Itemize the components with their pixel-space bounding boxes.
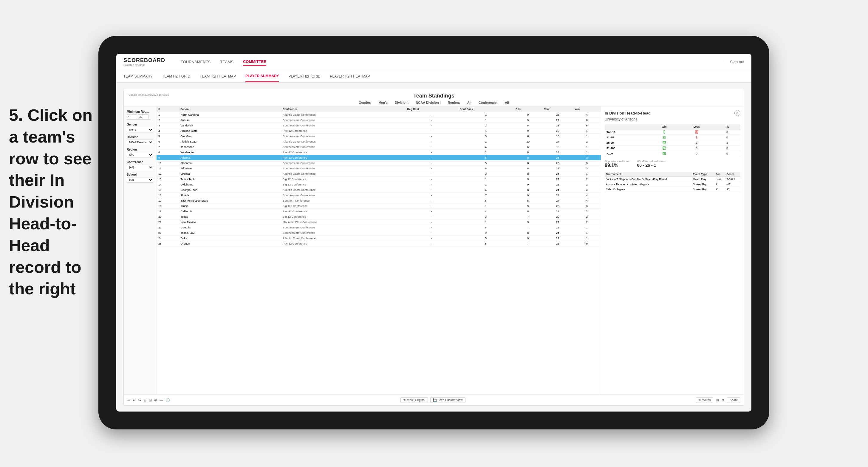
table-row[interactable]: 2 Auburn Southeastern Conference - 1 9 2… — [157, 118, 601, 123]
table-row[interactable]: 15 Georgia Tech Atlantic Coast Conferenc… — [157, 187, 601, 193]
gender-select[interactable]: Men's Women's — [127, 127, 153, 132]
paste-icon[interactable]: ⊟ — [149, 398, 152, 402]
cell-rank: 19 — [157, 209, 179, 214]
cell-conf: Atlantic Coast Conference — [281, 236, 405, 241]
table-row[interactable]: 19 California Pac-12 Conference - 4 8 24… — [157, 209, 601, 214]
cell-tour: 23 — [542, 155, 573, 160]
view-original-button[interactable]: 👁 View: Original — [400, 397, 428, 403]
table-row[interactable]: 17 East Tennessee State Southern Confere… — [157, 198, 601, 204]
col-school: School — [179, 106, 281, 112]
cell-win: 1 — [573, 134, 601, 139]
redo-icon[interactable]: ↩ — [133, 398, 136, 402]
cell-conf: Pac-12 Conference — [281, 155, 405, 160]
region-select[interactable]: N/A — [127, 152, 153, 157]
sub-nav-player-summary[interactable]: PLAYER SUMMARY — [245, 70, 279, 82]
table-row[interactable]: 16 Florida Southeastern Conference - 7 9… — [157, 193, 601, 198]
standings-table-area: # School Conference Reg Rank Conf Rank R… — [157, 106, 601, 395]
table-row[interactable]: 12 Virginia Atlantic Coast Conference - … — [157, 171, 601, 177]
table-row[interactable]: 14 Oklahoma Big 12 Conference - 2 9 26 2 — [157, 182, 601, 187]
cell-tour: 23 — [542, 123, 573, 128]
h2h-tie-100plus: 0 — [726, 152, 728, 155]
sub-nav-player-h2h-heatmap[interactable]: PLAYER H2H HEATMAP — [330, 70, 370, 82]
table-row[interactable]: 3 Vanderbilt Southeastern Conference - 2… — [157, 123, 601, 128]
sub-nav-team-summary[interactable]: TEAM SUMMARY — [123, 70, 153, 82]
conference-select[interactable]: (All) — [127, 165, 153, 170]
update-time: Update time: 27/03/2024 16:56:26 — [128, 93, 169, 96]
cell-tour: 23 — [542, 150, 573, 155]
cell-reg-rank: - — [405, 112, 458, 118]
sub-nav-player-h2h-grid[interactable]: PLAYER H2H GRID — [288, 70, 320, 82]
cell-reg-rank: - — [405, 128, 458, 134]
sign-out-button[interactable]: Sign out — [725, 60, 744, 64]
table-row[interactable]: 5 Ole Miss Southeastern Conference - 3 6… — [157, 134, 601, 139]
h2h-loss-header: Loss — [679, 124, 714, 129]
cell-reg-rank: - — [405, 230, 458, 236]
undo-icon[interactable]: ↩ — [127, 398, 130, 402]
h2h-close-button[interactable]: ✕ — [735, 110, 740, 116]
table-row[interactable]: 1 North Carolina Atlantic Coast Conferen… — [157, 112, 601, 118]
table-row[interactable]: 8 Washington Pac-12 Conference - 2 8 23 … — [157, 150, 601, 155]
plus-icon[interactable]: ⊕ — [154, 398, 157, 402]
sub-nav-team-h2h-grid[interactable]: TEAM H2H GRID — [162, 70, 190, 82]
bottom-toolbar: ↩ ↩ ↪ ⊞ ⊟ ⊕ — 🕐 👁 View: Original 💾 — [124, 395, 744, 405]
tour-type-3: Stroke Play — [692, 187, 714, 192]
min-rounds-input[interactable] — [127, 114, 137, 119]
school-select[interactable]: (All) — [127, 177, 153, 183]
sub-nav-team-h2h-heatmap[interactable]: TEAM H2H HEATMAP — [200, 70, 236, 82]
cell-school: Georgia — [179, 225, 281, 230]
division-select[interactable]: NCAA Division I NCAA Division II NCAA Di… — [127, 139, 153, 145]
monitor-icon[interactable]: 🖥 — [716, 398, 719, 402]
table-row[interactable]: 10 Alabama Southeastern Conference - 5 8… — [157, 160, 601, 166]
save-custom-view-button[interactable]: 💾 Save Custom View — [430, 397, 465, 403]
school-filter-label: School — [127, 173, 153, 176]
table-row[interactable]: 22 Georgia Southeastern Conference - 8 7… — [157, 225, 601, 230]
minus-icon[interactable]: — — [159, 398, 163, 402]
table-row[interactable]: 21 New Mexico Mountain West Conference -… — [157, 219, 601, 225]
watch-button[interactable]: 👁 Watch — [696, 397, 713, 403]
logo-area: SCOREBOARD Powered by clippd — [123, 57, 165, 66]
nav-teams[interactable]: TEAMS — [220, 58, 234, 65]
table-row[interactable]: 24 Duke Atlantic Coast Conference - 5 9 … — [157, 236, 601, 241]
app-title: Team Standings — [128, 93, 739, 99]
copy-icon[interactable]: ⊞ — [144, 398, 146, 402]
col-rds: Rds — [514, 106, 542, 112]
nav-committee[interactable]: COMMITTEE — [243, 58, 266, 66]
table-row[interactable]: 7 Tennessee Southeastern Conference - 4 … — [157, 144, 601, 150]
tour-score-1: 2-3-0 1 — [725, 177, 740, 182]
standings-table: # School Conference Reg Rank Conf Rank R… — [157, 106, 601, 246]
table-row[interactable]: 9 Arizona Pac-12 Conference - 5 8 23 3 — [157, 155, 601, 160]
cell-conf-rank: 1 — [458, 204, 514, 209]
nav-tournaments[interactable]: TOURNAMENTS — [181, 58, 211, 65]
cell-conf-rank: 5 — [458, 236, 514, 241]
cell-tour: 18 — [542, 134, 573, 139]
cell-reg-rank: - — [405, 160, 458, 166]
table-row[interactable]: 13 Texas Tech Big 12 Conference - 1 9 27… — [157, 177, 601, 182]
filter-conference: Conference (All) — [127, 160, 153, 170]
filter-min-rounds: Minimum Rou... — [127, 110, 153, 120]
table-row[interactable]: 6 Florida State Atlantic Coast Conferenc… — [157, 139, 601, 144]
cell-school: New Mexico — [179, 219, 281, 225]
rounds-slider[interactable] — [127, 119, 151, 120]
cell-school: Texas — [179, 214, 281, 219]
share-button[interactable]: Share — [727, 397, 740, 403]
table-row[interactable]: 11 Arkansas Southeastern Conference - 6 … — [157, 166, 601, 171]
table-row[interactable]: 25 Oregon Pac-12 Conference - 5 7 21 0 — [157, 241, 601, 246]
table-row[interactable]: 20 Texas Big 12 Conference - 3 7 20 2 — [157, 214, 601, 219]
cell-conf-rank: 1 — [458, 118, 514, 123]
cell-rds: 8 — [514, 166, 542, 171]
cell-rank: 12 — [157, 171, 179, 177]
cell-tour: 24 — [542, 209, 573, 214]
tour-col-tournament: Tournament — [605, 172, 692, 177]
table-row[interactable]: 23 Texas A&M Southeastern Conference - 9… — [157, 230, 601, 236]
table-row[interactable]: 4 Arizona State Pac-12 Conference - 1 9 … — [157, 128, 601, 134]
cell-reg-rank: - — [405, 182, 458, 187]
table-row[interactable]: 18 Illinois Big Ten Conference - 1 9 23 … — [157, 204, 601, 209]
export-icon[interactable]: ⬆ — [722, 398, 724, 402]
max-rounds-input[interactable] — [138, 114, 149, 119]
clock-icon[interactable]: 🕐 — [165, 398, 170, 402]
cell-reg-rank: - — [405, 155, 458, 160]
cell-conf-rank: 2 — [458, 123, 514, 128]
h2h-record-table: Win Loss Tie Top 10 3 13 0 — [605, 124, 740, 156]
forward-icon[interactable]: ↪ — [138, 398, 141, 402]
h2h-win-26-50: 25 — [662, 141, 666, 144]
